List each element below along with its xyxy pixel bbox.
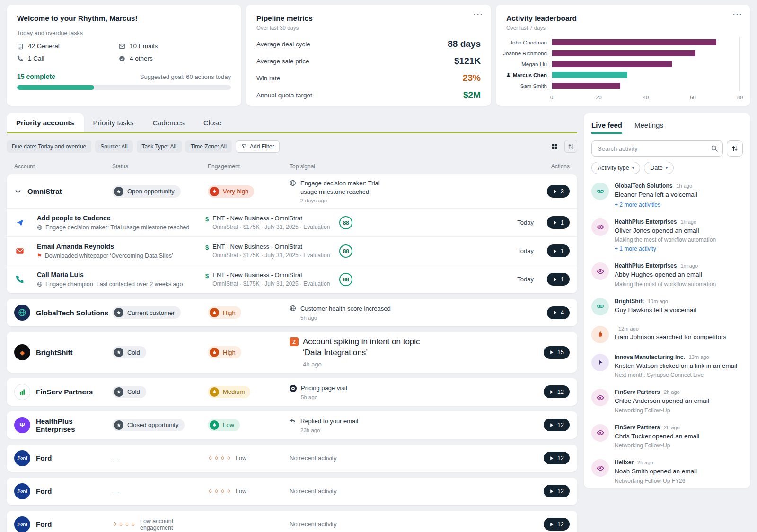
run-actions-button[interactable]: 12: [544, 385, 570, 398]
feed-item[interactable]: Helixer2h ago Noah Smith opened an email…: [591, 454, 743, 488]
filter-chip-source[interactable]: Source: All: [95, 140, 132, 153]
search-icon: [711, 145, 718, 152]
signal-globe-icon: [290, 180, 296, 186]
engagement-badge: Very high: [208, 185, 254, 198]
feed-sort-button[interactable]: [727, 140, 743, 157]
date-dropdown[interactable]: Date ▾: [644, 162, 674, 174]
leaderboard-bar: [552, 61, 672, 67]
voicemail-icon: [591, 183, 609, 200]
feed-item[interactable]: 12m ago Liam Johnson searched for compet…: [591, 321, 743, 349]
account-row-ford-3[interactable]: Ford Ford Low account engagement No rece…: [7, 511, 577, 532]
feed-item[interactable]: Innova Manufacturing Inc.13m ago Kristen…: [591, 349, 743, 384]
add-filter-button[interactable]: Add Filter: [236, 140, 280, 153]
feed-text: Abby Hughes opened an email: [615, 270, 716, 279]
account-row-globaltech[interactable]: GlobalTech Solutions Current customer Hi…: [7, 299, 577, 326]
run-actions-button[interactable]: 12: [544, 419, 570, 431]
search-input[interactable]: [591, 140, 723, 157]
filter-chip-due-date[interactable]: Due date: Today and overdue: [7, 140, 91, 153]
pipeline-title: Pipeline metrics: [256, 14, 481, 23]
leaderboard-label: Megan Liu: [506, 61, 552, 67]
flame-icon: [210, 308, 219, 317]
chart-row: Sam Smith: [506, 80, 740, 91]
grid-view-button[interactable]: [548, 140, 561, 153]
account-row-ford-1[interactable]: Ford Ford — Low No recent activity: [7, 445, 577, 472]
feed-item[interactable]: GlobalTech Solutions1h ago Eleanor Pena …: [591, 177, 743, 213]
run-actions-button[interactable]: 12: [544, 452, 570, 464]
feed-item[interactable]: HealthPlus Enterprises1h ago Oliver Jone…: [591, 213, 743, 258]
account-name: OmniStrat: [27, 187, 62, 195]
status-badge: Open opportunity: [112, 185, 181, 198]
signal-text: No recent activity: [290, 520, 337, 529]
leaderboard-bar: [552, 50, 695, 56]
tab-close[interactable]: Close: [194, 113, 231, 132]
run-task-button[interactable]: 1: [547, 273, 570, 286]
phone-icon: [17, 55, 24, 62]
welcome-card: Welcome to your Rhythm, Marcus! Today an…: [7, 5, 241, 106]
feed-time: 12m ago: [618, 326, 639, 331]
feed-item[interactable]: HealthPlus Enterprises1m ago Abby Hughes…: [591, 257, 743, 293]
account-row-finserv[interactable]: FinServ Partners Cold Medium: [7, 378, 577, 406]
activity-type-dropdown[interactable]: Activity type ▾: [591, 162, 640, 174]
priority-section: Priority accounts Priority tasks Cadence…: [7, 113, 577, 532]
feed-item[interactable]: BrightShift10m ago Guy Hawkins left a vo…: [591, 293, 743, 321]
feed-subtext: Making the most of workflow automation: [615, 236, 716, 243]
run-task-button[interactable]: 1: [547, 244, 570, 257]
sort-rows-button[interactable]: [564, 140, 577, 153]
stat-label: 1 Call: [28, 55, 44, 62]
task-row[interactable]: Add people to Cadence Engage decision ma…: [7, 208, 577, 236]
tab-priority-tasks[interactable]: Priority tasks: [84, 113, 143, 132]
account-avatar: Ford: [14, 516, 30, 532]
account-name: Ford: [36, 520, 52, 528]
signal-time: 5h ago: [300, 315, 391, 321]
run-actions-button[interactable]: 3: [547, 185, 570, 198]
more-menu-icon[interactable]: ···: [733, 10, 743, 18]
feed-more-link[interactable]: + 1 more activity: [615, 245, 716, 252]
stat-general: 42 General: [17, 43, 119, 50]
task-row[interactable]: Call Maria Luis Engage champion: Last co…: [7, 265, 577, 293]
more-menu-icon[interactable]: ···: [474, 10, 484, 18]
run-actions-button[interactable]: 12: [544, 518, 570, 531]
tab-priority-accounts[interactable]: Priority accounts: [7, 113, 84, 132]
funnel-icon: [241, 144, 247, 149]
leaderboard-bar: [552, 83, 620, 89]
feed-more-link[interactable]: + 2 more activities: [615, 201, 697, 208]
complete-count: 15 complete: [17, 73, 55, 80]
account-row-healthplus[interactable]: Ψ HealthPlus Enterprises Closed opportun…: [7, 411, 577, 439]
deal-score-badge: 88: [339, 216, 352, 229]
account-row[interactable]: OmniStrat Open opportunity Very high: [7, 174, 577, 208]
signal-text: No recent activity: [290, 487, 337, 496]
email-icon: [14, 245, 26, 257]
task-row[interactable]: Email Amanda Reynolds ⚑ Downloaded white…: [7, 236, 577, 265]
feed-company: Innova Manufacturing Inc.: [615, 354, 685, 360]
run-actions-button[interactable]: 12: [544, 485, 570, 497]
status-empty: —: [112, 488, 119, 495]
tab-live-feed[interactable]: Live feed: [591, 121, 622, 134]
tab-cadences[interactable]: Cadences: [143, 113, 194, 132]
feed-text: Noah Smith opened an email: [615, 467, 697, 476]
clipboard-icon: [17, 43, 24, 50]
health-score-icon: [290, 305, 296, 312]
chevron-down-icon[interactable]: [14, 188, 22, 195]
leaderboard-label: Joanne Richmond: [506, 51, 552, 56]
account-row-brightshift[interactable]: ◆ BrightShift Cold High: [7, 332, 577, 373]
tab-meetings[interactable]: Meetings: [634, 121, 663, 134]
feed-text: Liam Johnson searched for competitors: [615, 333, 726, 341]
engagement-flames-icon: Low account engagement: [112, 518, 208, 531]
table-header: Account Status Engagement Top signal Act…: [7, 163, 577, 170]
account-row-ford-2[interactable]: Ford Ford — Low No recent activity: [7, 478, 577, 505]
task-stats: 42 General 10 Emails 1 Call 4 others: [17, 43, 231, 62]
call-icon: [14, 274, 26, 285]
engagement-label: Low: [236, 455, 246, 462]
account-name: Ford: [36, 487, 52, 495]
run-actions-button[interactable]: 15: [544, 346, 570, 359]
status-empty: —: [112, 454, 119, 462]
run-actions-button[interactable]: 4: [547, 306, 570, 319]
run-task-button[interactable]: 1: [547, 216, 570, 229]
filter-chip-time-zone[interactable]: Time Zone: All: [185, 140, 232, 153]
feed-item[interactable]: FinServ Partners2h ago Chris Tucker open…: [591, 419, 743, 454]
filter-chip-task-type[interactable]: Task Type: All: [137, 140, 182, 153]
progress-summary: 15 complete Suggested goal: 60 actions t…: [17, 73, 231, 80]
account-avatar: [14, 384, 30, 400]
tasks-progress-fill: [17, 85, 94, 90]
feed-item[interactable]: FinServ Partners2h ago Chloe Anderson op…: [591, 384, 743, 419]
